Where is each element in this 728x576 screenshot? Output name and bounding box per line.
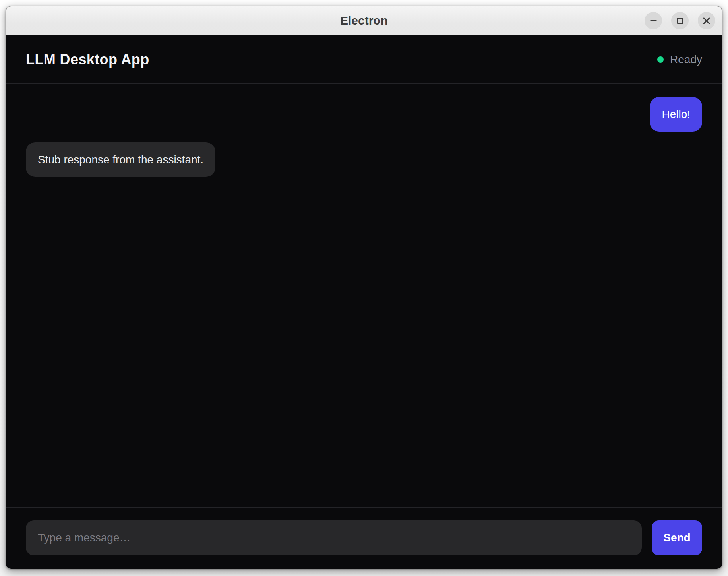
minimize-button[interactable] [645, 12, 662, 29]
app-header: LLM Desktop App Ready [6, 35, 722, 84]
window-controls [645, 12, 715, 29]
minimize-icon [650, 20, 657, 21]
window-title: Electron [6, 14, 722, 27]
message-bubble-user: Hello! [650, 97, 702, 132]
close-button[interactable] [698, 12, 715, 29]
send-button[interactable]: Send [652, 520, 702, 555]
maximize-button[interactable] [671, 12, 689, 29]
status-label: Ready [670, 53, 702, 66]
status-dot-icon [657, 56, 664, 63]
status-badge: Ready [657, 53, 702, 66]
maximize-icon [677, 18, 683, 24]
page-title: LLM Desktop App [26, 51, 149, 68]
composer: Send [6, 507, 722, 569]
message-input[interactable] [26, 520, 642, 555]
message-bubble-assistant: Stub response from the assistant. [26, 142, 215, 177]
close-icon [702, 16, 711, 25]
titlebar[interactable]: Electron [6, 6, 722, 35]
app-window: Electron LLM Desktop App Ready Hello! St… [6, 6, 722, 569]
chat-area: Hello! Stub response from the assistant. [6, 84, 722, 507]
